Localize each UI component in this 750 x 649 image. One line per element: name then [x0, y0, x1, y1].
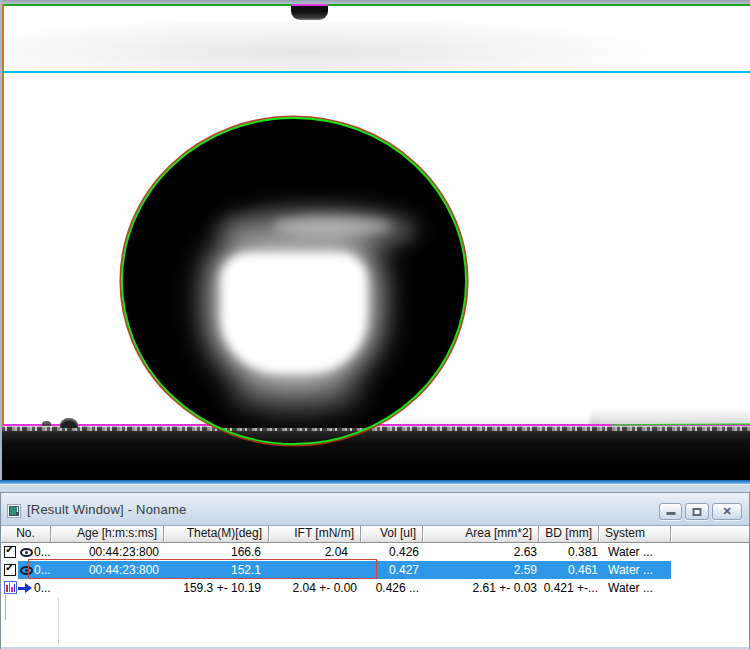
- panel-frame-top: [0, 0, 750, 4]
- sample-surface: [0, 427, 750, 481]
- cell-bd: 0.421 +-...: [539, 579, 599, 597]
- mdi-background-gap: [0, 484, 750, 493]
- cell-system: Water ...: [599, 543, 671, 561]
- minimize-icon: [666, 512, 675, 515]
- table-row-statistics[interactable]: 0... 159.3 +- 10.19 2.04 +- 0.00 0.426 .…: [1, 579, 749, 597]
- panel-frame-bottom: [0, 480, 750, 484]
- column-header-area[interactable]: Area [mm*2]: [423, 526, 539, 543]
- cell-area: 2.59: [423, 561, 539, 579]
- row-number: 0...: [34, 561, 51, 579]
- left-marker-line: [2, 4, 4, 425]
- restore-icon: [693, 508, 702, 516]
- dosing-needle-tip: [291, 4, 328, 20]
- cell-area: 2.63: [423, 543, 539, 561]
- column-header-system[interactable]: System: [599, 526, 671, 543]
- drop-method-icon: [20, 548, 33, 557]
- cell-ift: 2.04 +- 0.00: [269, 579, 361, 597]
- image-vignette: [0, 22, 750, 72]
- result-window-titlebar[interactable]: [Result Window] - Noname ✕: [1, 493, 749, 526]
- column-header-no[interactable]: No.: [1, 526, 51, 543]
- focus-artifact-line: [5, 595, 6, 620]
- cell-system: Water ...: [599, 561, 671, 579]
- droplet-highlight-core: [237, 264, 351, 360]
- cell-theta: 152.1: [164, 561, 269, 579]
- cell-age: 00:44:23:800: [51, 561, 164, 579]
- result-window-icon: [7, 504, 21, 518]
- row-number: 0...: [34, 579, 51, 597]
- column-guide-line: [58, 598, 59, 644]
- drop-shape-analyzer-screen: [Result Window] - Noname ✕ No. Age [h:m:…: [0, 0, 750, 649]
- cell-theta: 166.6: [164, 543, 269, 561]
- droplet-reflection-band-core: [272, 216, 392, 236]
- column-header-theta[interactable]: Theta(M)[deg]: [164, 526, 269, 543]
- column-header-ift[interactable]: IFT [mN/m]: [269, 526, 361, 543]
- column-header-filler: [671, 526, 749, 543]
- droplet-silhouette: [122, 118, 466, 428]
- cell-vol: 0.427: [361, 561, 423, 579]
- cell-age: 00:44:23:800: [51, 543, 164, 561]
- result-window: [Result Window] - Noname ✕ No. Age [h:m:…: [0, 493, 750, 649]
- cell-theta: 159.3 +- 10.19: [164, 579, 269, 597]
- restore-button[interactable]: [685, 503, 709, 520]
- window-controls: ✕: [659, 503, 742, 520]
- cell-bd: 0.381: [539, 543, 599, 561]
- droplet: [0, 116, 750, 428]
- top-reference-line: [2, 4, 750, 6]
- cell-system: Water ...: [599, 579, 671, 597]
- result-window-title: [Result Window] - Noname: [27, 502, 186, 517]
- column-header-age[interactable]: Age [h:m:s:ms]: [51, 526, 164, 543]
- table-row-selected[interactable]: ✓ 0... 00:44:23:800 152.1 0.427 2.59 0.4…: [1, 561, 749, 579]
- cell-area: 2.61 +- 0.03: [423, 579, 539, 597]
- column-header-vol[interactable]: Vol [ul]: [361, 526, 423, 543]
- arrow-right-icon: [18, 583, 32, 593]
- close-button[interactable]: ✕: [712, 503, 742, 520]
- statistics-icon: [4, 581, 17, 594]
- row-checkbox[interactable]: ✓: [4, 564, 16, 576]
- camera-view-panel: [0, 0, 750, 484]
- cell-vol: 0.426: [361, 543, 423, 561]
- column-header-bd[interactable]: BD [mm]: [539, 526, 599, 543]
- minimize-button[interactable]: [659, 503, 682, 520]
- results-table: No. Age [h:m:s:ms] Theta(M)[deg] IFT [mN…: [1, 526, 749, 649]
- drop-method-icon: [20, 566, 33, 575]
- cell-vol: 0.426 ...: [361, 579, 423, 597]
- cell-bd: 0.461: [539, 561, 599, 579]
- cell-age: [51, 579, 164, 597]
- row-number: 0...: [34, 543, 51, 561]
- focus-reference-line: [2, 71, 750, 73]
- cell-ift: [269, 561, 361, 579]
- close-icon: ✕: [722, 505, 731, 518]
- table-row[interactable]: ✓ 0... 00:44:23:800 166.6 2.04 0.426 2.6…: [1, 543, 749, 561]
- table-header-row: No. Age [h:m:s:ms] Theta(M)[deg] IFT [mN…: [1, 526, 749, 543]
- droplet-lower-glow: [230, 370, 362, 414]
- panel-frame-left: [0, 0, 2, 484]
- cell-ift: 2.04: [269, 543, 361, 561]
- row-checkbox[interactable]: ✓: [4, 546, 16, 558]
